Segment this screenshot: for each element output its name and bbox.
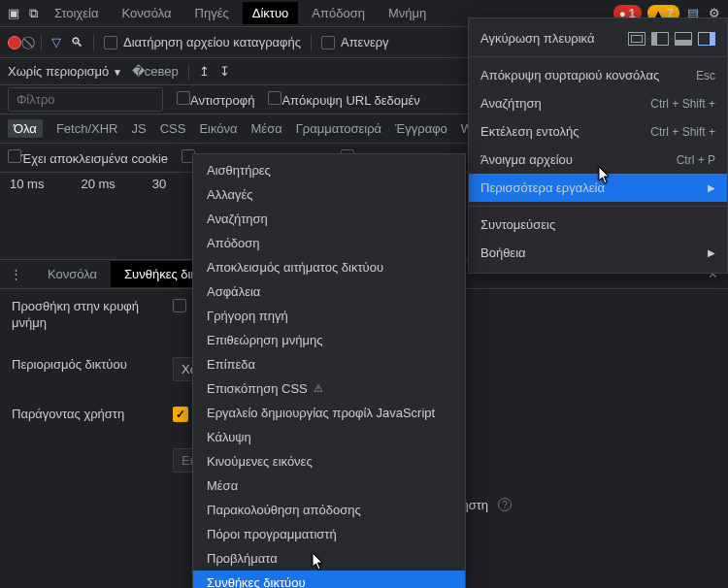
throttle-label: Περιορισμός δικτύου: [12, 357, 157, 374]
more-tools-item[interactable]: Κινούμενες εικόνες: [193, 449, 465, 474]
dock-bottom-icon[interactable]: [675, 32, 692, 46]
more-tools-item[interactable]: Αλλαγές: [193, 182, 465, 207]
chevron-right-icon: ▶: [708, 247, 715, 258]
more-tools-item[interactable]: Συνθήκες δικτύου: [193, 571, 465, 588]
blocked-cookies-checkbox[interactable]: Έχει αποκλεισμένα cookie: [8, 149, 168, 166]
filter-js[interactable]: JS: [131, 121, 146, 136]
menu-help[interactable]: Βοήθεια▶: [469, 239, 727, 267]
tab-elements[interactable]: Στοιχεία: [45, 2, 109, 24]
dock-left-icon[interactable]: [651, 32, 669, 46]
more-tools-item[interactable]: Γρήγορη πηγή: [193, 304, 465, 328]
more-tools-item[interactable]: Επιθεώρηση μνήμης: [193, 328, 465, 352]
menu-search[interactable]: ΑναζήτησηCtrl + Shift +: [469, 89, 727, 117]
more-tools-item[interactable]: Πόροι προγραμματιστή: [193, 522, 465, 546]
filter-doc[interactable]: Έγγραφο: [395, 121, 447, 136]
more-tools-item[interactable]: Επισκόπηση CSS⚠: [193, 376, 465, 401]
tick: 30: [152, 177, 166, 191]
menu-shortcuts[interactable]: Συντομεύσεις: [469, 211, 727, 239]
more-tools-item[interactable]: Αναζήτηση: [193, 207, 465, 231]
user-agent-label: Παράγοντας χρήστη: [12, 407, 157, 423]
device-icon[interactable]: ⧉: [25, 6, 41, 21]
user-agent-default-checkbox[interactable]: [173, 407, 188, 422]
menu-more-tools[interactable]: Περισσότερα εργαλεία▶: [469, 174, 727, 202]
tab-network[interactable]: Δίκτυο: [243, 2, 299, 24]
filter-input[interactable]: [8, 87, 163, 112]
tab-console[interactable]: Κονσόλα: [113, 2, 182, 24]
menu-run-command[interactable]: Εκτέλεση εντολήςCtrl + Shift +: [469, 117, 727, 146]
more-tools-submenu: ΑισθητήρεςΑλλαγέςΑναζήτησηΑπόδοσηΑποκλει…: [192, 153, 466, 588]
tab-performance[interactable]: Απόδοση: [302, 2, 375, 24]
cache-checkbox[interactable]: [173, 299, 186, 312]
more-tools-item[interactable]: Απόδοση: [193, 231, 465, 255]
filter-font[interactable]: Γραμματοσειρά: [296, 121, 381, 136]
help-icon[interactable]: ?: [498, 498, 512, 511]
more-tools-item[interactable]: Παρακολούθηση απόδοσης: [193, 498, 465, 522]
more-tools-item[interactable]: Επίπεδα: [193, 352, 465, 376]
cache-label: Προσθήκη στην κρυφή μνήμη: [12, 299, 157, 332]
tab-sources[interactable]: Πηγές: [185, 2, 239, 24]
main-menu: Αγκύρωση πλευρικά Απόκρυψη συρταριού κον…: [468, 17, 728, 274]
search-icon[interactable]: 🔍︎: [71, 35, 83, 49]
filter-css[interactable]: CSS: [160, 121, 186, 136]
more-tools-item[interactable]: Αισθητήρες: [193, 158, 465, 182]
hide-data-urls-checkbox[interactable]: Απόκρυψη URL δεδομέν: [268, 91, 419, 108]
invert-checkbox[interactable]: Αντιστροφή: [177, 91, 254, 108]
more-tools-item[interactable]: Προβλήματα: [193, 546, 465, 571]
more-tools-item[interactable]: Εργαλείο δημιουργίας προφίλ JavaScript: [193, 401, 465, 425]
wifi-icon[interactable]: �север: [132, 64, 179, 79]
menu-open-file[interactable]: Άνοιγμα αρχείουCtrl + P: [469, 146, 727, 174]
tick: 20 ms: [81, 177, 115, 191]
disable-cache-checkbox[interactable]: Απενεργ: [321, 35, 389, 49]
more-tools-item[interactable]: Κάλυψη: [193, 425, 465, 449]
inspect-icon[interactable]: ▣: [6, 6, 21, 21]
tab-memory[interactable]: Μνήμη: [379, 2, 436, 24]
dock-side-label: Αγκύρωση πλευρικά: [480, 31, 594, 46]
drawer-more-icon[interactable]: ⋮: [0, 267, 34, 281]
filter-img[interactable]: Εικόνα: [199, 121, 237, 136]
filter-icon[interactable]: ▽: [51, 35, 61, 49]
filter-media[interactable]: Μέσα: [251, 121, 282, 136]
deprecated-icon: ⚠: [314, 382, 323, 395]
upload-icon[interactable]: ↥: [199, 64, 210, 79]
more-tools-item[interactable]: Αποκλεισμός αιτήματος δικτύου: [193, 255, 465, 279]
tick: 10 ms: [10, 177, 44, 191]
chevron-right-icon: ▶: [708, 182, 715, 193]
throttle-select[interactable]: Χωρίς περιορισμό ▼: [8, 64, 122, 79]
filter-fetch[interactable]: Fetch/XHR: [56, 121, 118, 136]
more-tools-item[interactable]: Ασφάλεια: [193, 279, 465, 304]
preserve-log-checkbox[interactable]: Διατήρηση αρχείου καταγραφής: [104, 35, 301, 49]
more-tools-item[interactable]: Μέσα: [193, 474, 465, 498]
dock-undock-icon[interactable]: [628, 32, 645, 46]
menu-hide-drawer[interactable]: Απόκρυψη συρταριού κονσόλαςEsc: [469, 61, 727, 89]
dock-right-icon[interactable]: [698, 32, 715, 46]
filter-all[interactable]: Όλα: [8, 119, 43, 138]
download-icon[interactable]: ↧: [219, 64, 230, 79]
drawer-tab-console[interactable]: Κονσόλα: [34, 261, 111, 287]
record-button[interactable]: [8, 36, 21, 49]
